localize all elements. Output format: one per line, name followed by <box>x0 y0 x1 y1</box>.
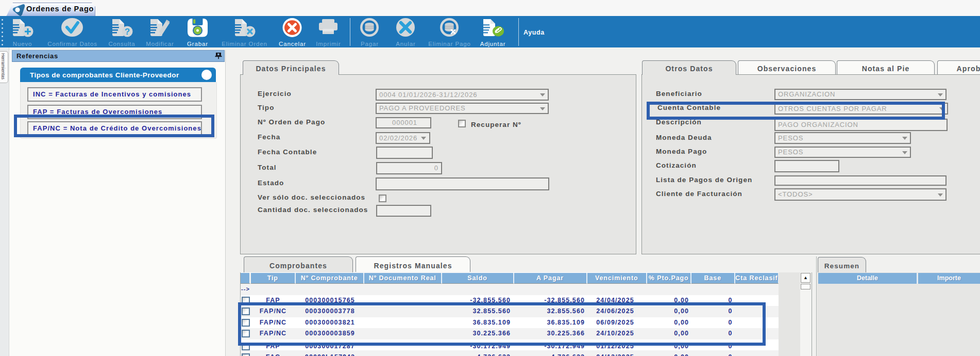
svg-text:?: ? <box>125 27 130 37</box>
